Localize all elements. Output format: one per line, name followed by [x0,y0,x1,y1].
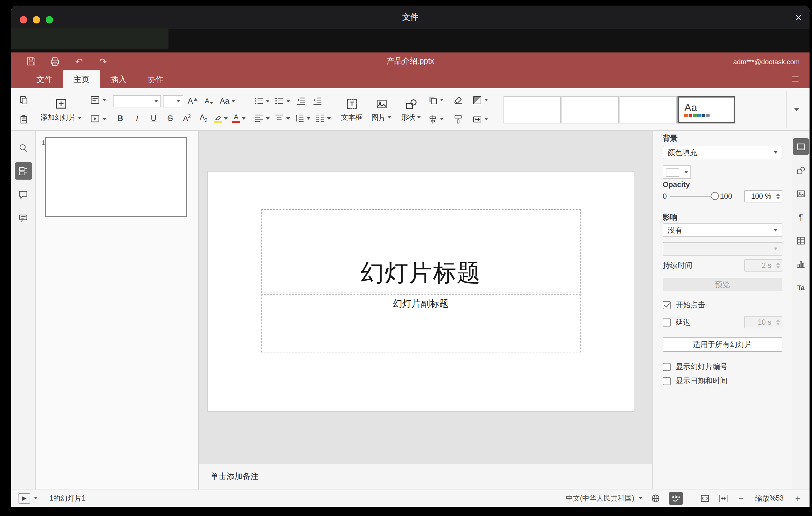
slide-thumbnail[interactable] [45,137,187,217]
globe-icon[interactable] [650,493,661,503]
opacity-spin-down-icon[interactable] [776,197,780,199]
arrange-shapes-button[interactable] [426,93,445,107]
change-layout-button[interactable] [88,93,107,107]
search-icon[interactable] [14,139,32,156]
editor-header-top: ↶ ↷ 产品介绍.pptx adm***@dootask.com [11,53,810,70]
slide-size-button[interactable] [471,112,489,126]
tab-file[interactable]: 文件 [26,70,63,88]
decrease-indent-button[interactable] [293,93,308,108]
theme-option-selected[interactable]: Aa [677,96,735,123]
insert-shape-label: 形状 [401,113,415,122]
tab-collaboration[interactable]: 协作 [137,70,174,88]
strikeout-button[interactable]: S [163,111,178,125]
start-slideshow-button[interactable] [88,112,107,126]
slide-canvas[interactable]: 幻灯片标题 幻灯片副标题 [208,172,634,411]
zoom-level: 缩放%53 [753,493,785,503]
editor-header: ↶ ↷ 产品介绍.pptx adm***@dootask.com 文件 主页 插… [11,53,810,88]
opacity-slider-knob[interactable] [710,192,719,200]
background-color-picker[interactable] [663,165,691,179]
decrease-font-size-button[interactable]: A [202,93,216,108]
highlight-color-button[interactable] [213,111,229,125]
effect-select[interactable]: 没有 [663,224,782,237]
language-select[interactable]: 中文(中华人民共和国) [566,493,642,503]
chart-settings-icon[interactable] [793,256,809,272]
slides-panel-icon[interactable] [14,162,32,180]
italic-button[interactable]: I [129,111,144,125]
account-email: adm***@dootask.com [733,53,800,70]
image-settings-icon[interactable] [793,185,809,202]
insert-shape-button[interactable]: 形状 [397,91,425,128]
font-name-select[interactable] [113,95,161,107]
spellcheck-button[interactable]: abc [669,492,683,505]
comments-icon[interactable] [14,186,32,203]
paragraph-settings-icon[interactable]: ¶ [793,209,809,225]
increase-font-size-button[interactable]: A [185,93,200,108]
tab-insert[interactable]: 插入 [100,70,137,88]
slide-subtitle-text: 幻灯片副标题 [393,298,448,310]
zoom-out-button[interactable]: − [737,493,745,503]
menu-icon[interactable] [788,73,802,85]
zoom-in-button[interactable]: + [793,493,802,503]
insert-image-label: 图片 [372,113,386,122]
add-slide-button[interactable]: 添加幻灯片 [36,91,86,128]
text-art-settings-icon[interactable]: Ta [793,279,809,296]
copy-button[interactable] [16,93,31,107]
theme-preview-text: Aa [684,102,728,113]
document-title: 产品介绍.pptx [11,53,810,70]
slide-background-fill-button[interactable] [471,93,489,107]
opacity-spin-up-icon[interactable] [776,193,780,196]
font-size-select[interactable] [163,95,183,107]
vertical-align-button[interactable] [273,111,291,125]
background-window-fragment [11,28,169,49]
insert-textbox-button[interactable]: 文本框 [338,91,366,128]
show-date-time-label: 显示日期和时间 [676,376,727,386]
delay-input: 10 s [744,316,782,328]
paste-button[interactable] [16,112,31,126]
theme-option-3[interactable] [619,96,677,123]
title-placeholder[interactable]: 幻灯片标题 [261,209,581,293]
shape-settings-icon[interactable] [793,162,809,178]
show-date-time-checkbox[interactable] [663,377,671,385]
subscript-button[interactable]: A2 [196,111,211,125]
notes-area[interactable]: 单击添加备注 [199,463,652,489]
delay-checkbox[interactable] [663,318,671,326]
table-settings-icon[interactable] [793,232,809,249]
change-case-button[interactable]: Aa [219,93,236,108]
copy-style-button[interactable] [451,112,465,126]
theme-gallery-expand-button[interactable] [786,91,805,128]
preview-button[interactable]: 预览 [663,278,782,291]
show-slide-number-checkbox[interactable] [663,363,671,371]
chat-icon[interactable] [14,209,32,227]
slide-thumbnail-panel: 1 [36,131,199,489]
start-on-click-checkbox[interactable] [663,301,671,309]
duration-label: 持续时间 [663,260,692,271]
opacity-max-label: 100 [720,192,732,201]
theme-option-1[interactable] [503,96,561,123]
numbering-button[interactable] [273,93,291,108]
background-fill-select[interactable]: 颜色填充 [663,146,782,159]
fit-slide-icon[interactable] [700,493,710,503]
subtitle-placeholder[interactable]: 幻灯片副标题 [261,294,581,352]
start-slideshow-status-button[interactable]: ▶ [19,493,38,503]
align-shapes-button[interactable] [426,112,445,126]
opacity-input[interactable]: 100 % [744,190,782,202]
font-color-button[interactable]: A [231,111,247,125]
columns-button[interactable] [314,111,332,125]
tab-home[interactable]: 主页 [63,70,100,88]
line-spacing-button[interactable] [293,111,312,125]
superscript-button[interactable]: A2 [179,111,194,125]
slide-settings-icon[interactable] [793,138,809,155]
insert-image-button[interactable]: 图片 [367,91,396,128]
opacity-slider[interactable] [670,192,717,201]
increase-indent-button[interactable] [310,93,324,108]
apply-to-all-slides-button[interactable]: 适用于所有幻灯片 [663,337,782,352]
home-toolbar: 添加幻灯片 A A Aa B [11,88,810,131]
horizontal-align-button[interactable] [252,111,271,125]
theme-option-2[interactable] [561,96,619,123]
bold-button[interactable]: B [113,111,128,125]
close-icon[interactable]: × [791,10,806,25]
bullets-button[interactable] [252,93,271,108]
underline-button[interactable]: U [146,111,161,125]
fit-width-icon[interactable] [718,493,729,503]
clear-style-button[interactable] [451,93,465,107]
